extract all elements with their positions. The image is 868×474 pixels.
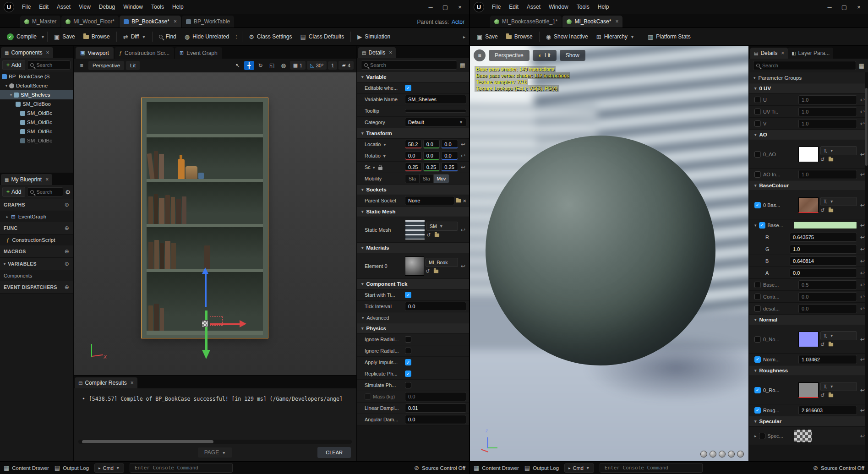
- normal-texture-dropdown[interactable]: T. ▾: [820, 331, 857, 340]
- source-control-button[interactable]: ⊘ Source Control Off: [414, 464, 465, 471]
- details-scroll-area[interactable]: ▾ Variable Editable whe... Variable Name…: [357, 72, 469, 461]
- add-variable-icon[interactable]: ⊕: [65, 261, 69, 267]
- menu-file[interactable]: File: [18, 2, 35, 12]
- lit-button[interactable]: ◐ Lit: [533, 50, 557, 61]
- specular-override-checkbox[interactable]: [759, 433, 765, 439]
- horizontal-scrollbar[interactable]: [78, 440, 352, 444]
- base-colour-override-checkbox[interactable]: [759, 222, 765, 229]
- preview-shape-sphere-button[interactable]: [710, 451, 716, 458]
- tab-m-master[interactable]: M_Master: [20, 16, 60, 27]
- find-button[interactable]: Find: [155, 30, 180, 43]
- v-override-checkbox[interactable]: [754, 120, 761, 127]
- scale-x-field[interactable]: 0.25: [405, 163, 422, 172]
- mobility-movable[interactable]: Mov: [434, 174, 449, 183]
- diff-button[interactable]: ⇄ Diff ▾: [119, 30, 150, 44]
- tree-item-sm-shelves[interactable]: ▾ SM_Shelves: [0, 90, 73, 99]
- cmd-selector[interactable]: ▸ Cmd ▾: [94, 463, 124, 473]
- tab-event-graph[interactable]: ⊞ Event Graph: [175, 47, 222, 59]
- close-button[interactable]: ×: [453, 1, 467, 12]
- browse-button[interactable]: Browse: [502, 30, 537, 43]
- uv-tiling-override-checkbox[interactable]: [754, 109, 761, 115]
- tree-item-sm-oldbook[interactable]: SM_OldBc: [0, 118, 73, 127]
- world-coordinate-toggle[interactable]: ◍: [278, 61, 289, 70]
- preview-shape-plane-button[interactable]: [719, 451, 726, 458]
- tab-mi-bookcasebottle[interactable]: MI_BookcaseBottle_1*: [490, 16, 562, 27]
- base-scalar-field[interactable]: 0.5: [798, 280, 857, 289]
- variables-category-components[interactable]: Components: [0, 270, 73, 281]
- close-panel-icon[interactable]: ×: [45, 176, 49, 183]
- use-selected-asset-icon[interactable]: ↺: [426, 232, 431, 238]
- menu-tools[interactable]: Tools: [573, 2, 594, 12]
- lit-button[interactable]: Lit: [126, 61, 140, 70]
- section-sockets[interactable]: ▾ Sockets: [357, 185, 469, 195]
- v-value-field[interactable]: 1.0: [798, 119, 857, 128]
- tab-bp-bookcase[interactable]: BP_BookCase* ×: [120, 16, 181, 27]
- gear-icon[interactable]: ⚙: [65, 189, 71, 196]
- mobility-static[interactable]: Sta: [405, 174, 420, 183]
- tooltip-field[interactable]: [405, 109, 466, 113]
- browse-to-asset-icon[interactable]: [434, 269, 438, 273]
- location-x-field[interactable]: 58.2: [405, 140, 422, 149]
- perspective-button[interactable]: Perspective: [88, 61, 124, 70]
- select-tool[interactable]: ↖: [233, 61, 243, 70]
- tab-construction-script[interactable]: ƒ Construction Scr...: [115, 47, 174, 59]
- chevron-down-icon[interactable]: ▾: [754, 223, 757, 228]
- viewport-options-icon[interactable]: ≡: [76, 61, 87, 70]
- layer-parameters-tab[interactable]: ◧ Layer Para...: [788, 48, 833, 59]
- vertical-scrollbar[interactable]: [865, 72, 868, 461]
- browse-button[interactable]: Browse: [79, 30, 114, 43]
- close-button[interactable]: ×: [852, 1, 866, 12]
- browse-socket-icon[interactable]: [456, 199, 461, 202]
- add-macro-icon[interactable]: ⊕: [65, 248, 69, 255]
- b-value-field[interactable]: 0.640814: [790, 256, 857, 266]
- basecolour-texture-swatch[interactable]: [798, 197, 819, 213]
- simulate-physics-checkbox[interactable]: [405, 382, 411, 388]
- scale-snap-control[interactable]: 1: [328, 61, 337, 70]
- section-event-dispatchers[interactable]: EVENT DISPATCHERS ⊕: [0, 281, 73, 294]
- parameters-search[interactable]: [753, 61, 856, 70]
- save-button[interactable]: ▣ Save: [50, 30, 79, 44]
- ao-intensity-override-checkbox[interactable]: [754, 171, 761, 178]
- show-button[interactable]: Show: [560, 50, 585, 61]
- show-inactive-button[interactable]: ◉ Show Inactive: [542, 30, 592, 44]
- parameters-search-input[interactable]: [762, 63, 853, 68]
- start-with-tick-checkbox[interactable]: [405, 292, 411, 298]
- parameter-groups-header[interactable]: ▾ Parameter Groups: [749, 72, 868, 83]
- item-eventgraph[interactable]: ▸ ⊞ EventGraph: [0, 211, 73, 222]
- base-scalar-override-checkbox[interactable]: [754, 282, 761, 288]
- save-button[interactable]: ▣ Save: [473, 30, 502, 44]
- ao-texture-override-checkbox[interactable]: [754, 151, 761, 158]
- uv-tiling-value-field[interactable]: 1.0: [798, 107, 857, 116]
- angular-damping-field[interactable]: 0.0: [405, 415, 466, 424]
- compiler-results-tab[interactable]: ▤ Compiler Results ×: [75, 377, 137, 388]
- roughness-texture-swatch[interactable]: [798, 382, 819, 398]
- gizmo-y-axis[interactable]: [205, 311, 207, 351]
- section-functions[interactable]: FUNC ⊕: [0, 222, 73, 234]
- group-0uv[interactable]: ▾ 0 UV: [749, 83, 868, 94]
- scale-label[interactable]: Sc ▾: [365, 164, 403, 170]
- details-search-input[interactable]: [370, 62, 454, 68]
- grid-snap-control[interactable]: ▦ 1: [290, 61, 306, 70]
- linear-damping-field[interactable]: 0.01: [405, 403, 466, 413]
- group-normal[interactable]: ▾ Normal: [749, 315, 868, 325]
- material-preview-sphere[interactable]: [486, 136, 715, 365]
- gizmo-y-arrowhead-icon[interactable]: [202, 350, 210, 359]
- menu-help[interactable]: Help: [168, 2, 188, 12]
- minimize-button[interactable]: ─: [423, 1, 438, 12]
- view-options-icon[interactable]: ▦: [460, 62, 465, 69]
- a-value-field[interactable]: 0.0: [790, 268, 857, 278]
- platform-stats-button[interactable]: ▥ Platform Stats: [644, 30, 695, 44]
- toolbar-overflow-icon[interactable]: ▸: [462, 34, 466, 39]
- gizmo-plane-handle[interactable]: [210, 316, 223, 326]
- close-tab-icon[interactable]: ×: [615, 18, 618, 25]
- hide-unrelated-button[interactable]: ◍ Hide Unrelated: [180, 30, 233, 44]
- location-label[interactable]: Locatio ▾: [365, 142, 403, 147]
- hierarchy-button[interactable]: ⊞ Hierarchy ▾: [592, 30, 639, 44]
- roughness-texture-override-checkbox[interactable]: [754, 387, 761, 393]
- scale-z-field[interactable]: 0.25: [441, 163, 458, 172]
- preview-shape-cube-button[interactable]: [728, 451, 735, 458]
- chevron-right-icon[interactable]: ▸: [754, 434, 757, 438]
- apply-impulse-checkbox[interactable]: [405, 359, 411, 365]
- material-thumbnail[interactable]: [405, 256, 424, 276]
- add-dispatcher-icon[interactable]: ⊕: [65, 284, 69, 290]
